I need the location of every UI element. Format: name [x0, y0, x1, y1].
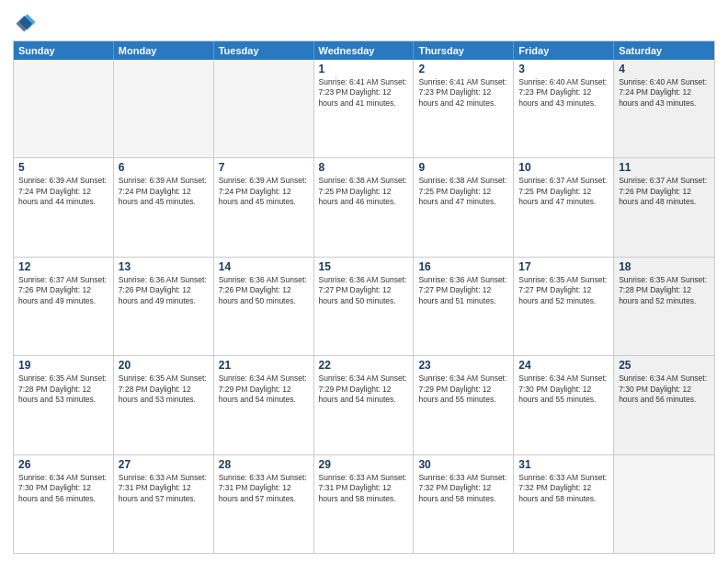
day-info: Sunrise: 6:39 AM Sunset: 7:24 PM Dayligh… — [18, 176, 108, 207]
calendar-cell-11: 11Sunrise: 6:37 AM Sunset: 7:26 PM Dayli… — [614, 158, 714, 256]
calendar-cell-15: 15Sunrise: 6:36 AM Sunset: 7:27 PM Dayli… — [314, 258, 415, 355]
calendar-cell-6: 6Sunrise: 6:39 AM Sunset: 7:24 PM Daylig… — [114, 158, 214, 256]
calendar-cell-13: 13Sunrise: 6:36 AM Sunset: 7:26 PM Dayli… — [114, 258, 214, 355]
day-number: 25 — [619, 359, 710, 372]
calendar-cell-5: 5Sunrise: 6:39 AM Sunset: 7:24 PM Daylig… — [14, 158, 114, 256]
calendar-cell-8: 8Sunrise: 6:38 AM Sunset: 7:25 PM Daylig… — [314, 158, 415, 256]
calendar-week-3: 12Sunrise: 6:37 AM Sunset: 7:26 PM Dayli… — [14, 257, 714, 355]
day-info: Sunrise: 6:34 AM Sunset: 7:29 PM Dayligh… — [219, 373, 309, 405]
calendar-cell-16: 16Sunrise: 6:36 AM Sunset: 7:27 PM Dayli… — [414, 258, 514, 355]
day-info: Sunrise: 6:34 AM Sunset: 7:30 PM Dayligh… — [18, 473, 108, 504]
page: SundayMondayTuesdayWednesdayThursdayFrid… — [0, 0, 728, 563]
day-info: Sunrise: 6:34 AM Sunset: 7:29 PM Dayligh… — [418, 373, 508, 405]
calendar-week-5: 26Sunrise: 6:34 AM Sunset: 7:30 PM Dayli… — [14, 454, 714, 553]
calendar: SundayMondayTuesdayWednesdayThursdayFrid… — [13, 40, 715, 554]
calendar-cell-17: 17Sunrise: 6:35 AM Sunset: 7:27 PM Dayli… — [514, 258, 614, 355]
day-number: 24 — [518, 359, 609, 372]
day-info: Sunrise: 6:33 AM Sunset: 7:31 PM Dayligh… — [219, 473, 309, 504]
day-number: 18 — [619, 260, 710, 273]
header-day-tuesday: Tuesday — [214, 41, 314, 60]
calendar-week-4: 19Sunrise: 6:35 AM Sunset: 7:28 PM Dayli… — [14, 355, 714, 454]
day-info: Sunrise: 6:36 AM Sunset: 7:26 PM Dayligh… — [119, 275, 209, 306]
day-info: Sunrise: 6:39 AM Sunset: 7:24 PM Dayligh… — [219, 176, 309, 207]
day-info: Sunrise: 6:35 AM Sunset: 7:27 PM Dayligh… — [518, 275, 609, 306]
day-info: Sunrise: 6:33 AM Sunset: 7:32 PM Dayligh… — [518, 473, 609, 504]
day-number: 12 — [18, 260, 108, 273]
day-number: 22 — [319, 359, 409, 372]
calendar-cell-9: 9Sunrise: 6:38 AM Sunset: 7:25 PM Daylig… — [414, 158, 514, 256]
day-number: 14 — [219, 260, 309, 273]
day-number: 20 — [119, 359, 209, 372]
day-info: Sunrise: 6:39 AM Sunset: 7:24 PM Dayligh… — [119, 176, 209, 207]
header-day-wednesday: Wednesday — [314, 41, 415, 60]
day-number: 31 — [518, 458, 609, 471]
day-info: Sunrise: 6:37 AM Sunset: 7:26 PM Dayligh… — [18, 275, 108, 306]
day-info: Sunrise: 6:34 AM Sunset: 7:30 PM Dayligh… — [518, 373, 609, 405]
calendar-cell-1: 1Sunrise: 6:41 AM Sunset: 7:23 PM Daylig… — [314, 60, 415, 157]
day-info: Sunrise: 6:35 AM Sunset: 7:28 PM Dayligh… — [119, 373, 209, 405]
day-number: 23 — [418, 359, 508, 372]
calendar-cell-empty — [14, 60, 114, 157]
calendar-cell-23: 23Sunrise: 6:34 AM Sunset: 7:29 PM Dayli… — [414, 356, 514, 454]
day-number: 7 — [219, 161, 309, 174]
day-info: Sunrise: 6:34 AM Sunset: 7:30 PM Dayligh… — [619, 373, 710, 405]
day-number: 17 — [518, 260, 609, 273]
day-info: Sunrise: 6:33 AM Sunset: 7:32 PM Dayligh… — [418, 473, 508, 504]
header-day-saturday: Saturday — [614, 41, 714, 60]
calendar-cell-10: 10Sunrise: 6:37 AM Sunset: 7:25 PM Dayli… — [514, 158, 614, 256]
day-info: Sunrise: 6:38 AM Sunset: 7:25 PM Dayligh… — [319, 176, 409, 207]
calendar-cell-27: 27Sunrise: 6:33 AM Sunset: 7:31 PM Dayli… — [114, 455, 214, 553]
calendar-cell-7: 7Sunrise: 6:39 AM Sunset: 7:24 PM Daylig… — [214, 158, 314, 256]
day-number: 27 — [119, 458, 209, 471]
day-info: Sunrise: 6:35 AM Sunset: 7:28 PM Dayligh… — [619, 275, 710, 306]
header-day-sunday: Sunday — [14, 41, 114, 60]
day-number: 1 — [319, 63, 409, 75]
calendar-cell-29: 29Sunrise: 6:33 AM Sunset: 7:31 PM Dayli… — [314, 455, 415, 553]
day-number: 10 — [518, 161, 609, 174]
calendar-week-1: 1Sunrise: 6:41 AM Sunset: 7:23 PM Daylig… — [14, 60, 714, 157]
day-number: 11 — [619, 161, 710, 174]
calendar-body: 1Sunrise: 6:41 AM Sunset: 7:23 PM Daylig… — [14, 60, 714, 553]
day-info: Sunrise: 6:41 AM Sunset: 7:23 PM Dayligh… — [418, 77, 508, 109]
calendar-cell-30: 30Sunrise: 6:33 AM Sunset: 7:32 PM Dayli… — [414, 455, 514, 553]
calendar-cell-3: 3Sunrise: 6:40 AM Sunset: 7:23 PM Daylig… — [514, 60, 614, 157]
day-info: Sunrise: 6:35 AM Sunset: 7:28 PM Dayligh… — [18, 373, 108, 405]
day-number: 4 — [619, 63, 710, 75]
day-info: Sunrise: 6:36 AM Sunset: 7:26 PM Dayligh… — [219, 275, 309, 306]
calendar-cell-19: 19Sunrise: 6:35 AM Sunset: 7:28 PM Dayli… — [14, 356, 114, 454]
calendar-cell-20: 20Sunrise: 6:35 AM Sunset: 7:28 PM Dayli… — [114, 356, 214, 454]
calendar-cell-4: 4Sunrise: 6:40 AM Sunset: 7:24 PM Daylig… — [614, 60, 714, 157]
calendar-cell-18: 18Sunrise: 6:35 AM Sunset: 7:28 PM Dayli… — [614, 258, 714, 355]
day-number: 19 — [18, 359, 108, 372]
calendar-cell-14: 14Sunrise: 6:36 AM Sunset: 7:26 PM Dayli… — [214, 258, 314, 355]
day-info: Sunrise: 6:41 AM Sunset: 7:23 PM Dayligh… — [319, 77, 409, 109]
day-info: Sunrise: 6:40 AM Sunset: 7:23 PM Dayligh… — [518, 77, 609, 109]
day-number: 8 — [319, 161, 409, 174]
day-info: Sunrise: 6:40 AM Sunset: 7:24 PM Dayligh… — [619, 77, 710, 109]
day-number: 26 — [18, 458, 108, 471]
day-number: 3 — [518, 63, 609, 75]
header-day-thursday: Thursday — [414, 41, 514, 60]
calendar-cell-empty — [214, 60, 314, 157]
day-number: 5 — [18, 161, 108, 174]
day-number: 2 — [418, 63, 508, 75]
day-number: 30 — [418, 458, 508, 471]
calendar-cell-empty — [614, 455, 714, 553]
day-info: Sunrise: 6:37 AM Sunset: 7:26 PM Dayligh… — [619, 176, 710, 207]
day-info: Sunrise: 6:36 AM Sunset: 7:27 PM Dayligh… — [319, 275, 409, 306]
calendar-cell-22: 22Sunrise: 6:34 AM Sunset: 7:29 PM Dayli… — [314, 356, 415, 454]
calendar-cell-26: 26Sunrise: 6:34 AM Sunset: 7:30 PM Dayli… — [14, 455, 114, 553]
header — [13, 9, 715, 35]
day-info: Sunrise: 6:37 AM Sunset: 7:25 PM Dayligh… — [518, 176, 609, 207]
day-number: 21 — [219, 359, 309, 372]
header-day-friday: Friday — [514, 41, 614, 60]
calendar-cell-25: 25Sunrise: 6:34 AM Sunset: 7:30 PM Dayli… — [614, 356, 714, 454]
logo-icon — [13, 9, 39, 35]
day-number: 6 — [119, 161, 209, 174]
day-info: Sunrise: 6:33 AM Sunset: 7:31 PM Dayligh… — [119, 473, 209, 504]
day-info: Sunrise: 6:33 AM Sunset: 7:31 PM Dayligh… — [319, 473, 409, 504]
calendar-cell-31: 31Sunrise: 6:33 AM Sunset: 7:32 PM Dayli… — [514, 455, 614, 553]
day-number: 9 — [418, 161, 508, 174]
calendar-cell-2: 2Sunrise: 6:41 AM Sunset: 7:23 PM Daylig… — [414, 60, 514, 157]
calendar-cell-empty — [114, 60, 214, 157]
